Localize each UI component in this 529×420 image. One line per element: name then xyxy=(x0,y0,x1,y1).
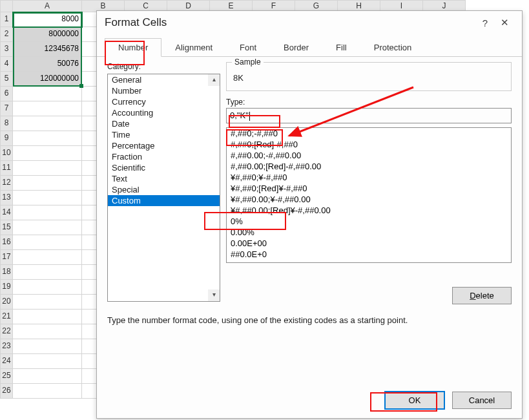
category-item[interactable]: General xyxy=(108,74,220,85)
tab-protection[interactable]: Protection xyxy=(360,38,426,57)
row-header-25[interactable]: 25 xyxy=(0,369,13,384)
row-header-6[interactable]: 6 xyxy=(0,87,13,101)
row-header-17[interactable]: 17 xyxy=(0,250,13,265)
row-header-8[interactable]: 8 xyxy=(0,116,13,131)
format-code-item[interactable]: #,##0.00;-#,##0.00 xyxy=(227,150,511,161)
format-code-item[interactable]: #,##0;-#,##0 xyxy=(227,128,511,139)
cell-A6[interactable] xyxy=(13,87,82,101)
close-button[interactable]: ✕ xyxy=(495,17,514,28)
row-header-11[interactable]: 11 xyxy=(0,161,13,176)
format-code-item[interactable]: #,##0.00;[Red]-#,##0.00 xyxy=(227,161,511,172)
format-cells-dialog: Format Cells ? ✕ Number Alignment Font B… xyxy=(96,10,523,419)
cell-A4[interactable]: 50076 xyxy=(13,57,82,72)
tab-strip: Number Alignment Font Border Fill Protec… xyxy=(97,38,522,57)
category-item[interactable]: Currency xyxy=(108,96,220,107)
row-header-7[interactable]: 7 xyxy=(0,101,13,116)
row-header-10[interactable]: 10 xyxy=(0,146,13,161)
row-header-12[interactable]: 12 xyxy=(0,176,13,191)
format-code-list[interactable]: #,##0;-#,##0#,##0;[Red]-#,##0#,##0.00;-#… xyxy=(226,127,512,263)
cell-A20[interactable] xyxy=(13,295,82,310)
format-code-item[interactable]: ¥#,##0;¥-#,##0 xyxy=(227,172,511,183)
help-button[interactable]: ? xyxy=(475,17,495,28)
format-code-item[interactable]: ¥#,##0;[Red]¥-#,##0 xyxy=(227,183,511,194)
cell-A9[interactable] xyxy=(13,131,82,146)
format-code-item[interactable]: #,##0;[Red]-#,##0 xyxy=(227,139,511,150)
type-input[interactable]: 0,"K" xyxy=(226,108,512,123)
ok-button[interactable]: OK xyxy=(385,392,444,409)
cell-A8[interactable] xyxy=(13,116,82,131)
cell-A5[interactable]: 120000000 xyxy=(13,72,82,87)
row-header-4[interactable]: 4 xyxy=(0,57,13,72)
cell-A19[interactable] xyxy=(13,280,82,295)
row-header-19[interactable]: 19 xyxy=(0,280,13,295)
row-header-16[interactable]: 16 xyxy=(0,235,13,250)
category-item[interactable]: Fraction xyxy=(108,151,220,162)
row-header-24[interactable]: 24 xyxy=(0,354,13,369)
category-item[interactable]: Number xyxy=(108,85,220,96)
cell-A23[interactable] xyxy=(13,339,82,354)
row-header-21[interactable]: 21 xyxy=(0,310,13,324)
category-item[interactable]: Time xyxy=(108,129,220,140)
cell-A15[interactable] xyxy=(13,220,82,235)
category-item[interactable]: Scientific xyxy=(108,162,220,173)
format-code-item[interactable]: ¥#,##0.00;¥-#,##0.00 xyxy=(227,194,511,205)
hint-text: Type the number format code, using one o… xyxy=(107,315,512,325)
cell-A21[interactable] xyxy=(13,310,82,324)
format-code-item[interactable]: ¥#,##0.00;[Red]¥-#,##0.00 xyxy=(227,205,511,216)
row-header-2[interactable]: 2 xyxy=(0,27,13,42)
category-item[interactable]: Accounting xyxy=(108,107,220,118)
row-header-9[interactable]: 9 xyxy=(0,131,13,146)
scroll-up-icon[interactable]: ▴ xyxy=(208,74,220,86)
cell-A7[interactable] xyxy=(13,101,82,116)
tab-border[interactable]: Border xyxy=(270,38,322,57)
tab-fill[interactable]: Fill xyxy=(322,38,360,57)
cell-A25[interactable] xyxy=(13,369,82,384)
row-header-18[interactable]: 18 xyxy=(0,265,13,280)
format-code-item[interactable]: 0.00E+00 xyxy=(227,238,511,249)
cell-A24[interactable] xyxy=(13,354,82,369)
cell-A22[interactable] xyxy=(13,324,82,339)
tab-alignment[interactable]: Alignment xyxy=(161,38,226,57)
category-item[interactable]: Percentage xyxy=(108,140,220,151)
select-all-corner[interactable] xyxy=(0,0,13,12)
cell-A17[interactable] xyxy=(13,250,82,265)
category-label: Category: xyxy=(107,62,141,71)
dialog-footer: OK Cancel xyxy=(385,392,512,409)
row-header-3[interactable]: 3 xyxy=(0,42,13,57)
sample-box: Sample 8K xyxy=(226,62,512,91)
tab-font[interactable]: Font xyxy=(226,38,270,57)
category-item[interactable]: Date xyxy=(108,118,220,129)
row-header-20[interactable]: 20 xyxy=(0,295,13,310)
category-item[interactable]: Custom xyxy=(108,195,220,206)
category-item[interactable]: Text xyxy=(108,173,220,184)
cell-A26[interactable] xyxy=(13,384,82,399)
cell-A3[interactable]: 12345678 xyxy=(13,42,82,57)
cell-A16[interactable] xyxy=(13,235,82,250)
tab-number[interactable]: Number xyxy=(105,38,161,57)
cell-A18[interactable] xyxy=(13,265,82,280)
format-code-item[interactable]: ##0.0E+0 xyxy=(227,249,511,260)
cell-A1[interactable]: 8000 xyxy=(13,12,82,27)
row-header-5[interactable]: 5 xyxy=(0,72,13,87)
category-item[interactable]: Special xyxy=(108,184,220,195)
cancel-button[interactable]: Cancel xyxy=(452,392,512,409)
format-code-item[interactable]: 0% xyxy=(227,216,511,227)
row-header-26[interactable]: 26 xyxy=(0,384,13,399)
row-header-23[interactable]: 23 xyxy=(0,339,13,354)
cell-A13[interactable] xyxy=(13,191,82,205)
row-header-1[interactable]: 1 xyxy=(0,12,13,27)
cell-A12[interactable] xyxy=(13,176,82,191)
cell-A11[interactable] xyxy=(13,161,82,176)
delete-button[interactable]: Delete xyxy=(452,287,512,304)
scroll-down-icon[interactable]: ▾ xyxy=(208,289,220,301)
row-header-22[interactable]: 22 xyxy=(0,324,13,339)
row-header-14[interactable]: 14 xyxy=(0,205,13,220)
row-header-13[interactable]: 13 xyxy=(0,191,13,205)
cell-A10[interactable] xyxy=(13,146,82,161)
col-header-A[interactable]: A xyxy=(13,0,82,12)
cell-A14[interactable] xyxy=(13,205,82,220)
cell-A2[interactable]: 8000000 xyxy=(13,27,82,42)
category-list[interactable]: GeneralNumberCurrencyAccountingDateTimeP… xyxy=(107,74,220,302)
format-code-item[interactable]: 0.00% xyxy=(227,227,511,238)
row-header-15[interactable]: 15 xyxy=(0,220,13,235)
